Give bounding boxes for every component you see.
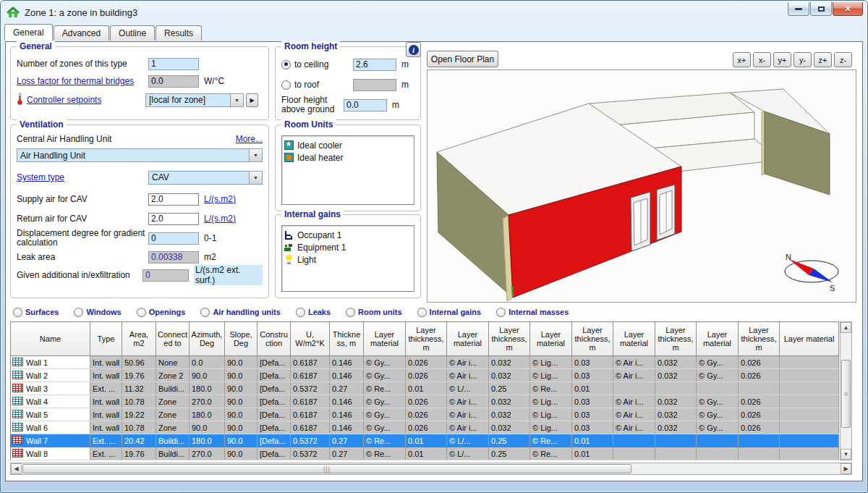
column-header[interactable]: Layer thickness, m — [739, 322, 780, 356]
radio-icon[interactable] — [13, 308, 22, 317]
table-row[interactable]: Wall 4 Int. wall10.78Zone 270.090.0[Defa… — [11, 395, 839, 408]
table-row[interactable]: Wall 7 Ext. ...20.42Buildi... 180.090.0[… — [11, 434, 839, 447]
column-header[interactable]: Layer thickness, m — [406, 322, 447, 356]
return-air-unit-link[interactable]: L/(s.m2) — [204, 214, 236, 224]
ceiling-height-input[interactable]: 2.6 — [353, 59, 396, 71]
axis-view-button[interactable]: z+ — [814, 52, 832, 67]
system-type-combo[interactable]: CAV ▼ — [148, 171, 263, 185]
column-header[interactable]: Thickness, m — [330, 322, 364, 356]
info-button[interactable]: i — [406, 42, 421, 57]
infiltration-input[interactable]: 0 — [142, 269, 189, 282]
to-ceiling-radio[interactable] — [281, 60, 291, 69]
radio-icon[interactable] — [200, 308, 210, 317]
column-header[interactable]: Name — [11, 322, 90, 356]
filter-radio-item[interactable]: Surfaces — [13, 308, 59, 317]
radio-icon[interactable] — [296, 308, 305, 317]
filter-radio-item[interactable]: Internal masses — [496, 308, 569, 317]
column-header[interactable]: Layer thickness, m — [655, 322, 697, 356]
loss-factor-input[interactable]: 0.0 — [148, 75, 199, 88]
list-item[interactable]: Occupant 1 — [284, 229, 412, 241]
column-header[interactable]: Layer material — [780, 322, 839, 356]
ahu-combo[interactable]: Air Handling Unit ▼ — [17, 148, 263, 162]
filter-radio-item[interactable]: Openings — [137, 308, 186, 317]
scroll-left-arrow-icon[interactable]: ◀ — [11, 463, 22, 474]
loss-factor-link[interactable]: Loss factor for thermal bridges — [17, 76, 148, 86]
table-row[interactable]: Wall 8 Ext. ...19.76Buildi... 270.090.0[… — [11, 447, 839, 460]
tab[interactable]: General — [4, 24, 53, 41]
tab[interactable]: Outline — [110, 25, 155, 41]
list-item[interactable]: Ideal heater — [284, 151, 412, 164]
column-header[interactable]: Layer material — [364, 322, 406, 356]
chevron-down-icon[interactable]: ▼ — [230, 94, 243, 106]
model-viewport[interactable]: N S — [427, 69, 856, 303]
axis-view-button[interactable]: z- — [834, 52, 852, 67]
filter-radio-item[interactable]: Leaks — [296, 308, 331, 317]
to-roof-radio[interactable] — [281, 80, 291, 90]
setpoints-expand-button[interactable]: ▶ — [246, 93, 258, 107]
tab[interactable]: Results — [156, 25, 202, 41]
vertical-scroll-thumb[interactable]: ≡ — [841, 360, 851, 428]
return-air-input[interactable]: 2.0 — [148, 213, 199, 225]
list-item[interactable]: Light — [284, 253, 412, 266]
radio-icon[interactable] — [137, 308, 146, 317]
floor-height-input[interactable]: 0.0 — [344, 99, 387, 111]
column-header[interactable]: Azimuth, Deg — [190, 322, 225, 356]
column-header[interactable]: Area, m2 — [122, 322, 156, 356]
list-item[interactable]: Equipment 1 — [284, 241, 412, 253]
supply-air-unit-link[interactable]: L/(s.m2) — [204, 194, 236, 204]
scroll-up-arrow-icon[interactable]: ▲ — [841, 322, 851, 333]
displacement-input[interactable]: 0 — [148, 232, 199, 245]
table-row[interactable]: Wall 5 Int. wall19.22Zone 180.090.0[Defa… — [11, 408, 839, 421]
column-header[interactable]: Slope, Deg — [225, 322, 258, 356]
column-header[interactable]: U, W/m2°K — [291, 322, 330, 356]
column-header[interactable]: Construction — [258, 322, 291, 356]
filter-radio-item[interactable]: Internal gains — [417, 308, 482, 317]
leak-area-input[interactable]: 0.00338 — [148, 251, 199, 264]
axis-view-button[interactable]: y- — [793, 52, 812, 67]
titlebar[interactable]: Zone 1: a zone in building3 ✕ — [1, 1, 867, 22]
wall-icon — [12, 358, 23, 366]
filter-radio-item[interactable]: Air handling units — [200, 308, 281, 317]
table-row[interactable]: Wall 6 Int. wall10.78Zone 90.090.0[Defa.… — [11, 421, 839, 434]
column-header[interactable]: Layer material — [447, 322, 489, 356]
supply-air-input[interactable]: 2.0 — [148, 193, 199, 206]
controller-setpoints-link[interactable]: Controller setpoints — [27, 95, 145, 105]
chevron-down-icon[interactable]: ▼ — [249, 172, 262, 184]
axis-view-button[interactable]: x+ — [733, 52, 751, 67]
axis-view-button[interactable]: y+ — [773, 52, 791, 67]
column-header[interactable]: Layer thickness, m — [572, 322, 613, 356]
maximize-button[interactable] — [810, 2, 832, 16]
column-header[interactable]: Layer material — [613, 322, 655, 356]
axis-view-button[interactable]: x- — [753, 52, 771, 67]
table-horizontal-scrollbar[interactable]: ◀ ||| ▶ — [10, 463, 852, 475]
close-button[interactable]: ✕ — [833, 2, 863, 16]
table-row[interactable]: Wall 1 Int. wall50.96None 0.090.0[Defa..… — [11, 356, 839, 369]
radio-icon[interactable] — [496, 308, 506, 317]
chevron-down-icon[interactable]: ▼ — [249, 149, 262, 161]
column-header[interactable]: Layer material — [530, 322, 572, 356]
setpoints-combo[interactable]: [local for zone] ▼ — [145, 93, 244, 107]
table-vertical-scrollbar[interactable]: ▲ ≡ ▼ — [840, 321, 852, 460]
table-row[interactable]: Wall 3 Ext. ...11.32Buildi... 180.090.0[… — [11, 382, 839, 395]
column-header[interactable]: Connected to — [156, 322, 190, 356]
table-row[interactable]: Wall 2 Int. wall19.76Zone 2 90.090.0[Def… — [11, 369, 839, 382]
horizontal-scroll-thumb[interactable]: ||| — [22, 464, 631, 473]
radio-icon[interactable] — [417, 308, 427, 317]
roof-height-input[interactable] — [353, 79, 396, 91]
radio-icon[interactable] — [346, 308, 355, 317]
open-floor-plan-button[interactable]: Open Floor Plan — [427, 51, 498, 67]
zones-input[interactable]: 1 — [148, 58, 199, 70]
filter-radio-item[interactable]: Windows — [74, 308, 121, 317]
scroll-right-arrow-icon[interactable]: ▶ — [841, 463, 851, 474]
column-header[interactable]: Type — [90, 322, 122, 356]
system-type-link[interactable]: System type — [17, 172, 148, 182]
list-item[interactable]: Ideal cooler — [284, 139, 412, 151]
column-header[interactable]: Layer thickness, m — [489, 322, 530, 356]
tab[interactable]: Advanced — [54, 25, 109, 41]
minimize-button[interactable] — [788, 2, 809, 16]
column-header[interactable]: Layer material — [697, 322, 739, 356]
filter-radio-item[interactable]: Room units — [346, 308, 402, 317]
scroll-down-arrow-icon[interactable]: ▼ — [841, 449, 851, 460]
more-link[interactable]: More... — [236, 134, 263, 144]
radio-icon[interactable] — [74, 308, 83, 317]
